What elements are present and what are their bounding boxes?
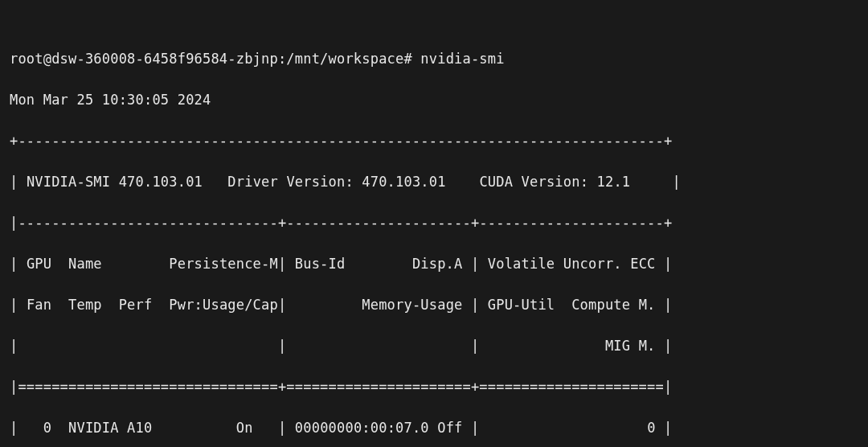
col-header-row1: | GPU Name Persistence-M| Bus-Id Disp.A … bbox=[10, 254, 858, 275]
gpu-persistence: On bbox=[236, 420, 253, 436]
border-eq: |===============================+=======… bbox=[10, 377, 858, 398]
shell-prompt-line[interactable]: root@dsw-360008-6458f96584-zbjnp:/mnt/wo… bbox=[10, 49, 858, 70]
gpu-id: 0 bbox=[43, 420, 51, 436]
gpu-ecc: 0 bbox=[647, 420, 655, 436]
col3-r3: MIG M. bbox=[605, 338, 656, 354]
cuda-version: 12.1 bbox=[597, 174, 631, 190]
gpu-dispa: Off bbox=[437, 420, 462, 436]
gpu-name: NVIDIA A10 bbox=[68, 420, 152, 436]
col-header-row3: | | | MIG M. | bbox=[10, 336, 858, 357]
col3-r1: Volatile Uncorr. ECC bbox=[488, 256, 656, 272]
col1-r1: GPU Name Persistence-M bbox=[27, 256, 278, 272]
border-top: +---------------------------------------… bbox=[10, 131, 858, 152]
col2-r2: Memory-Usage bbox=[362, 297, 462, 313]
timestamp-line: Mon Mar 25 10:30:05 2024 bbox=[10, 90, 858, 111]
col1-r2: Fan Temp Perf Pwr:Usage/Cap bbox=[27, 297, 278, 313]
border-mid: |-------------------------------+-------… bbox=[10, 213, 858, 234]
header-line: | NVIDIA-SMI 470.103.01 Driver Version: … bbox=[10, 172, 858, 193]
user-host: root@dsw-360008-6458f96584-zbjnp bbox=[10, 51, 278, 67]
col3-r2: GPU-Util Compute M. bbox=[488, 297, 656, 313]
driver-version: 470.103.01 bbox=[362, 174, 445, 190]
driver-label: Driver Version: bbox=[227, 174, 354, 190]
cuda-label: CUDA Version: bbox=[479, 174, 588, 190]
prompt-symbol: # bbox=[403, 51, 411, 67]
col-header-row2: | Fan Temp Perf Pwr:Usage/Cap| Memory-Us… bbox=[10, 295, 858, 316]
cwd: /mnt/workspace bbox=[286, 51, 403, 67]
command-text: nvidia-smi bbox=[420, 51, 504, 67]
smi-version: 470.103.01 bbox=[119, 174, 203, 190]
gpu-busid: 00000000:00:07.0 bbox=[295, 420, 429, 436]
col2-r1: Bus-Id Disp.A bbox=[295, 256, 463, 272]
gpu-row1: | 0 NVIDIA A10 On | 00000000:00:07.0 Off… bbox=[10, 418, 858, 439]
smi-label: NVIDIA-SMI bbox=[27, 174, 110, 190]
